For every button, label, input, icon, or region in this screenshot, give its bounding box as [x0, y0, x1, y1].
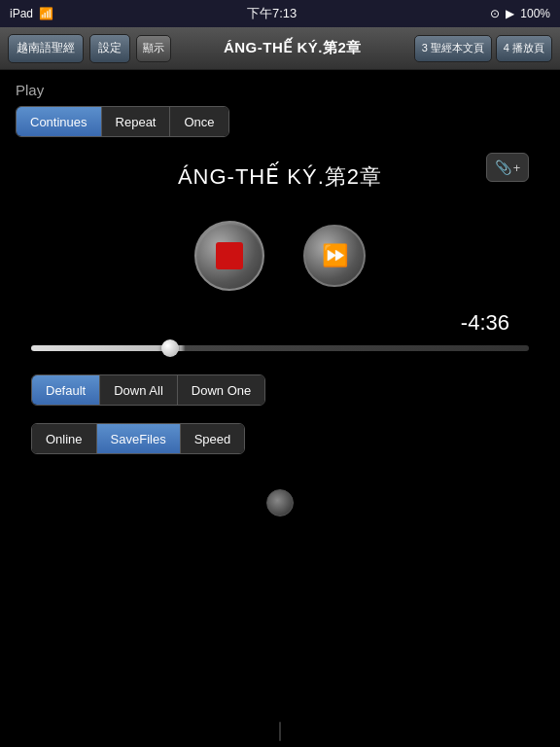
fast-forward-button[interactable]: ⏩ [303, 225, 366, 287]
audio-indicator [266, 489, 294, 516]
status-bar: iPad 📶 下午7:13 ⊙ ▶ 100% [0, 0, 560, 27]
seg-once-button[interactable]: Once [170, 107, 228, 136]
status-time: 下午7:13 [247, 5, 297, 22]
transport-controls: ⏩ [194, 221, 366, 291]
clip-button[interactable]: 📎 + [486, 153, 529, 182]
key-control: Default Down All Down One [31, 374, 265, 406]
progress-track[interactable] [31, 345, 529, 351]
nav-right-buttons: 3 聖經本文頁 4 播放頁 [414, 35, 552, 62]
device-label: iPad [10, 7, 33, 20]
nav-bar: 越南語聖經 設定 顯示 ÁNG-THẾ KÝ.第2章 3 聖經本文頁 4 播放頁 [0, 27, 560, 70]
nav-text-count-button[interactable]: 3 聖經本文頁 [414, 35, 492, 62]
seg-online-button[interactable]: Online [32, 424, 97, 453]
clip-plus-icon: + [513, 160, 521, 175]
bottom-controls: Default Down All Down One Online SaveFil… [16, 374, 544, 470]
seg-savefiles-button[interactable]: SaveFiles [97, 424, 181, 453]
seg-continues-button[interactable]: Continues [17, 107, 102, 136]
seg-down-one-button[interactable]: Down One [178, 375, 264, 405]
content-area: 📎 + ÁNG-THẾ KÝ.第2章 ⏩ -4:36 Default [16, 153, 544, 555]
seg-down-all-button[interactable]: Down All [100, 375, 178, 405]
nav-bible-button[interactable]: 越南語聖經 [8, 34, 84, 63]
battery-label: 100% [520, 7, 550, 20]
nav-title: ÁNG-THẾ KÝ.第2章 [177, 39, 408, 57]
progress-thumb[interactable] [161, 339, 179, 357]
nav-hide-button[interactable]: 顯示 [136, 35, 171, 62]
stop-icon [216, 242, 243, 269]
timer-display: -4:36 [0, 310, 525, 336]
chapter-title: ÁNG-THẾ KÝ.第2章 [178, 162, 382, 192]
charging-icon: ⊙ [490, 7, 500, 20]
nav-settings-button[interactable]: 設定 [89, 34, 130, 63]
home-indicator [279, 722, 281, 741]
status-left: iPad 📶 [10, 7, 53, 20]
seg-default-button[interactable]: Default [32, 375, 100, 405]
play-status-icon: ▶ [506, 7, 514, 20]
progress-bar-container[interactable] [16, 345, 544, 351]
mode-control: Online SaveFiles Speed [31, 423, 245, 454]
status-right: ⊙ ▶ 100% [490, 7, 550, 20]
seg-repeat-button[interactable]: Repeat [102, 107, 171, 136]
wifi-icon: 📶 [39, 7, 53, 20]
nav-play-count-button[interactable]: 4 播放頁 [496, 35, 552, 62]
play-label: Play [16, 82, 544, 98]
stop-button[interactable] [194, 221, 264, 291]
clip-icon: 📎 [495, 160, 511, 175]
play-mode-control: Continues Repeat Once [16, 106, 229, 137]
fast-forward-icon: ⏩ [322, 245, 348, 267]
seg-speed-button[interactable]: Speed [181, 424, 245, 453]
main-content: Play Continues Repeat Once 📎 + ÁNG-THẾ K… [0, 70, 560, 567]
